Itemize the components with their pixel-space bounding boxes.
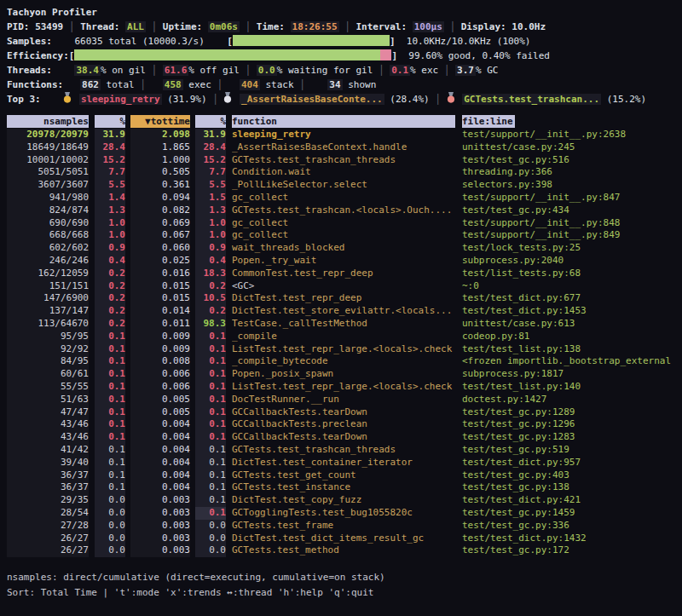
cell-pct-cumulative: 15.2	[195, 154, 226, 167]
samples-progress-bar	[233, 35, 390, 46]
status-line: PID: 53499 │ Thread: ALL │ Uptime: 0m06s…	[7, 20, 682, 34]
table-row[interactable]: 36/370.10.0040.1GCTests.test_instancetes…	[7, 481, 682, 494]
table-row[interactable]: 28/540.00.0030.1GCTogglingTests.test_bug…	[7, 507, 682, 520]
cell-pct-cumulative: 1.5	[195, 192, 226, 204]
cell-file-line: test/test_list.py:138	[462, 343, 682, 356]
table-row[interactable]: 5051/50517.70.5057.7Condition.waitthread…	[7, 166, 682, 179]
cell-nsamples: 29/35	[7, 494, 89, 507]
table-row[interactable]: 26/270.00.0030.0DictTest.test_dict_items…	[7, 533, 682, 545]
cell-nsamples: 26/27	[7, 533, 89, 545]
table-row[interactable]: 668/6681.00.0671.0gc_collecttest/support…	[7, 229, 682, 242]
cell-tottime: 0.006	[130, 368, 190, 381]
cell-tottime: 0.009	[130, 331, 190, 343]
cell-pct-cumulative: 0.2	[195, 280, 226, 293]
cell-nsamples: 113/64670	[7, 318, 89, 331]
column-header-pct-cumulative[interactable]: %	[195, 115, 226, 128]
table-row[interactable]: 246/2460.40.0250.4Popen._try_waitsubproc…	[7, 255, 682, 268]
cell-pct-cumulative: 0.4	[195, 255, 226, 268]
cell-file-line: test/test_gc.py:516	[462, 154, 682, 167]
cell-pct-direct: 0.1	[95, 343, 125, 356]
cell-function: gc_collect	[232, 192, 455, 204]
table-row[interactable]: 824/8741.30.0821.3GCTests.test_trashcan.…	[7, 204, 682, 217]
table-row[interactable]: 84/950.10.0080.1_compile_bytecode<frozen…	[7, 355, 682, 368]
table-row[interactable]: 10001/1000215.21.00015.2GCTests.test_tra…	[7, 154, 682, 167]
cell-tottime: 0.008	[130, 355, 190, 368]
cell-file-line: test/test_dict.py:1453	[462, 305, 682, 318]
cell-file-line: test/test_gc.py:138	[462, 481, 682, 494]
footer-legend: nsamples: direct/cumulative (direct=exec…	[7, 570, 682, 585]
cell-pct-direct: 0.1	[95, 457, 125, 469]
cell-function: GCTests.test_trashcan_threads	[232, 154, 455, 167]
table-row[interactable]: 43/460.10.0040.1GCCallbackTests.preclean…	[7, 418, 682, 431]
cell-function: DictTest.test_container_iterator	[232, 457, 455, 469]
table-row[interactable]: 27/280.00.0030.0GCTests.test_frametest/t…	[7, 520, 682, 533]
cell-nsamples: 151/151	[7, 280, 89, 293]
cell-file-line: test/support/__init__.py:849	[462, 229, 682, 242]
cell-tottime: 0.016	[130, 268, 190, 280]
cell-file-line: test/support/__init__.py:848	[462, 217, 682, 230]
cell-file-line: unittest/case.py:613	[462, 318, 682, 331]
cell-file-line: test/lock_tests.py:25	[462, 242, 682, 255]
cell-pct-direct: 0.0	[95, 507, 125, 520]
cell-pct-cumulative: 0.1	[195, 368, 226, 381]
column-header-function[interactable]: function	[232, 115, 455, 128]
column-header-tottime[interactable]: ▼tottime	[130, 115, 190, 128]
cell-nsamples: 92/92	[7, 343, 89, 356]
table-row[interactable]: 18649/1864928.41.86528.4_AssertRaisesBas…	[7, 141, 682, 154]
cell-pct-cumulative: 0.1	[195, 343, 226, 356]
cell-function: DocTestRunner.__run	[232, 394, 455, 406]
cell-pct-direct: 1.0	[95, 229, 125, 242]
cell-pct-direct: 0.1	[95, 431, 125, 444]
table-row[interactable]: 36/370.10.0040.1GCTests.test_get_countte…	[7, 469, 682, 482]
cell-function: GCTests.test_frame	[232, 520, 455, 533]
cell-nsamples: 5051/5051	[7, 166, 89, 179]
column-header-pct-direct[interactable]: %	[95, 115, 125, 128]
cell-function: DictTest.test_store_evilattr.<locals...	[232, 305, 455, 318]
table-row[interactable]: 602/6020.90.0600.9wait_threads_blockedte…	[7, 242, 682, 255]
table-row[interactable]: 26/270.00.0030.0GCTests.test_methodtest/…	[7, 544, 682, 557]
cell-tottime: 2.098	[130, 129, 190, 141]
cell-pct-direct: 0.2	[95, 292, 125, 305]
table-row[interactable]: 60/610.10.0060.1Popen._posix_spawnsubpro…	[7, 368, 682, 381]
cell-nsamples: 3607/3607	[7, 179, 89, 192]
cell-file-line: test/list_tests.py:68	[462, 268, 682, 280]
table-row[interactable]: 113/646700.20.01198.3TestCase._callTestM…	[7, 318, 682, 331]
table-row[interactable]: 55/550.10.0060.1ListTest.test_repr_large…	[7, 381, 682, 394]
cell-file-line: subprocess.py:2040	[462, 255, 682, 268]
cell-pct-direct: 0.1	[95, 444, 125, 457]
table-row[interactable]: 95/950.10.0090.1_compilecodeop.py:81	[7, 331, 682, 343]
table-row[interactable]: 92/920.10.0090.1ListTest.test_repr_large…	[7, 343, 682, 356]
cell-pct-cumulative: 0.1	[195, 494, 226, 507]
cell-file-line: selectors.py:398	[462, 179, 682, 192]
cell-function: GCTests.test_trashcan_threads	[232, 444, 455, 457]
table-row[interactable]: 151/1510.20.0150.2<GC>~:0	[7, 280, 682, 293]
table-row[interactable]: 147/69000.20.01510.5DictTest.test_repr_d…	[7, 292, 682, 305]
cell-tottime: 0.505	[130, 166, 190, 179]
top3-line: Top 3: sleeping_retry (31.9%) │ _AssertR…	[7, 92, 682, 107]
cell-file-line: test/test_gc.py:1459	[462, 507, 682, 520]
table-row[interactable]: 690/6901.00.0691.0gc_collecttest/support…	[7, 217, 682, 230]
cell-file-line: <frozen importlib._bootstrap_external	[462, 355, 682, 368]
cell-function: GCCallbackTests.tearDown	[232, 431, 455, 444]
cell-pct-cumulative: 0.1	[195, 431, 226, 444]
table-row[interactable]: 41/420.10.0040.1GCTests.test_trashcan_th…	[7, 444, 682, 457]
cell-function: wait_threads_blocked	[232, 242, 455, 255]
column-header-file-line[interactable]: file:line	[462, 115, 515, 128]
table-row[interactable]: 3607/36075.50.3615.5_PollLikeSelector.se…	[7, 179, 682, 192]
table-row[interactable]: 137/1470.20.0140.2DictTest.test_store_ev…	[7, 305, 682, 318]
cell-pct-direct: 0.2	[95, 305, 125, 318]
cell-function: GCTests.test_instance	[232, 481, 455, 494]
column-header-nsamples[interactable]: nsamples	[7, 115, 89, 128]
table-row[interactable]: 941/9801.40.0941.5gc_collecttest/support…	[7, 192, 682, 204]
cell-nsamples: 27/28	[7, 520, 89, 533]
table-row[interactable]: 20978/2097931.92.09831.9sleeping_retryte…	[7, 129, 682, 141]
table-row[interactable]: 51/630.10.0050.1DocTestRunner.__rundocte…	[7, 394, 682, 406]
profiler-screen: Tachyon ProfilerPID: 53499 │ Thread: ALL…	[0, 0, 682, 601]
table-row[interactable]: 39/400.10.0040.1DictTest.test_container_…	[7, 457, 682, 469]
table-row[interactable]: 43/460.10.0040.1GCCallbackTests.tearDown…	[7, 431, 682, 444]
table-row[interactable]: 162/120590.20.01618.3CommonTest.test_rep…	[7, 268, 682, 280]
table-row[interactable]: 47/470.10.0050.1GCCallbackTests.tearDown…	[7, 406, 682, 419]
table-row[interactable]: 29/350.00.0030.1DictTest.test_copy_fuzzt…	[7, 494, 682, 507]
cell-function: _AssertRaisesBaseContext.handle	[232, 141, 455, 154]
cell-file-line: test/test_dict.py:957	[462, 457, 682, 469]
